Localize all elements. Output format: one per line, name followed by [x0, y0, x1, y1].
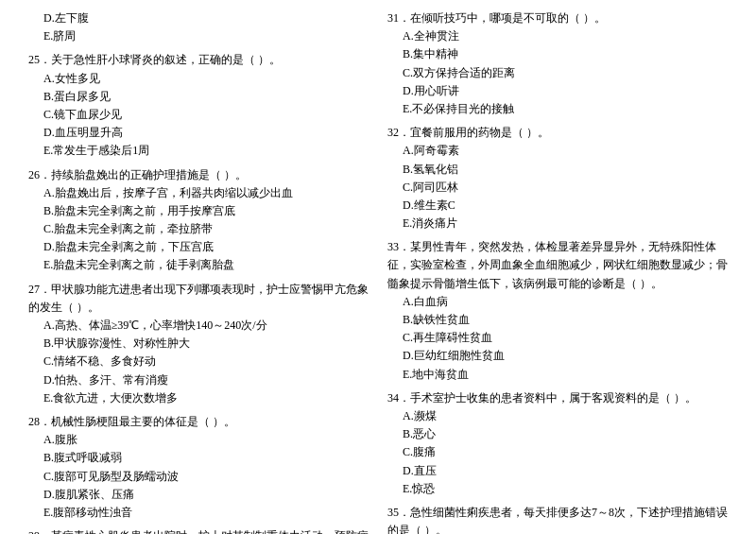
right-column: 31．在倾听技巧中，哪项是不可取的（ ）。 A.全神贯注 B.集中精神 C.双方… — [387, 9, 728, 534]
question-26-title: 26．持续胎盘娩出的正确护理措施是（ ）。 — [28, 166, 369, 184]
q28-opt-e: E.腹部移动性浊音 — [28, 504, 369, 522]
q28-opt-d: D.腹肌紧张、压痛 — [28, 486, 369, 504]
q31-opt-b: B.集中精神 — [387, 45, 728, 63]
question-31-title: 31．在倾听技巧中，哪项是不可取的（ ）。 — [387, 9, 728, 27]
question-33-title: 33．某男性青年，突然发热，体检显著差异显异外，无特殊阳性体征，实验室检查，外周… — [387, 238, 728, 293]
q25-opt-c: C.镜下血尿少见 — [28, 106, 369, 124]
q27-opt-b: B.甲状腺弥漫性、对称性肿大 — [28, 335, 369, 353]
left-column: D.左下腹 E.脐周 25．关于急性肝小球肾炎的叙述，正确的是（ ）。 A.女性… — [28, 9, 369, 534]
q31-opt-e: E.不必保持目光的接触 — [387, 100, 728, 118]
q26-opt-b: B.胎盘未完全剥离之前，用手按摩宫底 — [28, 202, 369, 220]
q26-opt-e: E.胎盘未完全剥离之前，徒手剥离胎盘 — [28, 256, 369, 274]
q28-opt-a: A.腹胀 — [28, 431, 369, 449]
q31-opt-d: D.用心听讲 — [387, 82, 728, 100]
q32-opt-c: C.阿司匹林 — [387, 179, 728, 197]
q32-opt-d: D.维生素C — [387, 197, 728, 215]
question-32-title: 32．宜餐前服用的药物是（ ）。 — [387, 124, 728, 142]
question-26: 26．持续胎盘娩出的正确护理措施是（ ）。 A.胎盘娩出后，按摩子宫，利器共肉缩… — [28, 166, 369, 275]
two-column-layout: D.左下腹 E.脐周 25．关于急性肝小球肾炎的叙述，正确的是（ ）。 A.女性… — [28, 9, 728, 534]
question-31: 31．在倾听技巧中，哪项是不可取的（ ）。 A.全神贯注 B.集中精神 C.双方… — [387, 9, 728, 118]
q34-opt-b: B.恶心 — [387, 425, 728, 443]
option-e: E.脐周 — [28, 27, 369, 45]
q33-opt-d: D.巨幼红细胞性贫血 — [387, 347, 728, 365]
q27-opt-e: E.食欲亢进，大便次数增多 — [28, 389, 369, 407]
q28-opt-c: C.腹部可见肠型及肠蠕动波 — [28, 468, 369, 486]
question-29-title: 29．某病毒性心肌炎患者出院时，护士对其制制重体力活动，预防病毒的重复病毒感染，… — [28, 527, 369, 534]
q31-opt-a: A.全神贯注 — [387, 27, 728, 45]
q34-opt-c: C.腹痛 — [387, 443, 728, 461]
q25-opt-b: B.蛋白尿多见 — [28, 88, 369, 106]
q27-opt-a: A.高热、体温≥39℃，心率增快140～240次/分 — [28, 317, 369, 335]
question-29: 29．某病毒性心肌炎患者出院时，护士对其制制重体力活动，预防病毒的重复病毒感染，… — [28, 527, 369, 534]
q28-opt-b: B.腹式呼吸减弱 — [28, 449, 369, 467]
question-34: 34．手术室护士收集的患者资料中，属于客观资料的是（ ）。 A.濒煤 B.恶心 … — [387, 389, 728, 498]
q25-opt-d: D.血压明显升高 — [28, 124, 369, 142]
q25-opt-e: E.常发生于感染后1周 — [28, 142, 369, 160]
question-28: 28．机械性肠梗阻最主要的体征是（ ）。 A.腹胀 B.腹式呼吸减弱 C.腹部可… — [28, 413, 369, 522]
q34-opt-d: D.直压 — [387, 462, 728, 480]
question-27: 27．甲状腺功能亢进患者出现下列哪项表现时，护士应警惕甲亢危象的发生（ ）。 A… — [28, 281, 369, 407]
option-d: D.左下腹 — [28, 9, 369, 27]
q26-opt-a: A.胎盘娩出后，按摩子宫，利器共肉缩以减少出血 — [28, 184, 369, 202]
question-32: 32．宜餐前服用的药物是（ ）。 A.阿奇霉素 B.氢氧化铝 C.阿司匹林 D.… — [387, 124, 728, 233]
q26-opt-c: C.胎盘未完全剥离之前，牵拉脐带 — [28, 220, 369, 238]
q27-opt-d: D.怕热、多汗、常有消瘦 — [28, 371, 369, 389]
q33-opt-e: E.地中海贫血 — [387, 366, 728, 384]
q34-opt-a: A.濒煤 — [387, 407, 728, 425]
q34-opt-e: E.惊恐 — [387, 480, 728, 498]
exam-page: D.左下腹 E.脐周 25．关于急性肝小球肾炎的叙述，正确的是（ ）。 A.女性… — [28, 9, 728, 534]
question-28-title: 28．机械性肠梗阻最主要的体征是（ ）。 — [28, 413, 369, 431]
q27-opt-c: C.情绪不稳、多食好动 — [28, 353, 369, 370]
q32-opt-e: E.消炎痛片 — [387, 215, 728, 233]
prev-question-options: D.左下腹 E.脐周 — [28, 9, 369, 45]
q25-opt-a: A.女性多见 — [28, 70, 369, 88]
question-25-title: 25．关于急性肝小球肾炎的叙述，正确的是（ ）。 — [28, 51, 369, 69]
q31-opt-c: C.双方保持合适的距离 — [387, 64, 728, 82]
q33-opt-b: B.缺铁性贫血 — [387, 311, 728, 329]
q33-opt-c: C.再生障碍性贫血 — [387, 329, 728, 347]
question-27-title: 27．甲状腺功能亢进患者出现下列哪项表现时，护士应警惕甲亢危象的发生（ ）。 — [28, 281, 369, 317]
question-35-title: 35．急性细菌性痢疾患者，每天排便多达7～8次，下述护理措施错误的是（ ）。 — [387, 504, 728, 534]
question-33: 33．某男性青年，突然发热，体检显著差异显异外，无特殊阳性体征，实验室检查，外周… — [387, 238, 728, 384]
question-34-title: 34．手术室护士收集的患者资料中，属于客观资料的是（ ）。 — [387, 389, 728, 407]
q32-opt-a: A.阿奇霉素 — [387, 142, 728, 160]
question-35: 35．急性细菌性痢疾患者，每天排便多达7～8次，下述护理措施错误的是（ ）。 A… — [387, 504, 728, 534]
question-25: 25．关于急性肝小球肾炎的叙述，正确的是（ ）。 A.女性多见 B.蛋白尿多见 … — [28, 51, 369, 160]
q26-opt-d: D.胎盘未完全剥离之前，下压宫底 — [28, 238, 369, 256]
q32-opt-b: B.氢氧化铝 — [387, 161, 728, 179]
q33-opt-a: A.白血病 — [387, 293, 728, 311]
